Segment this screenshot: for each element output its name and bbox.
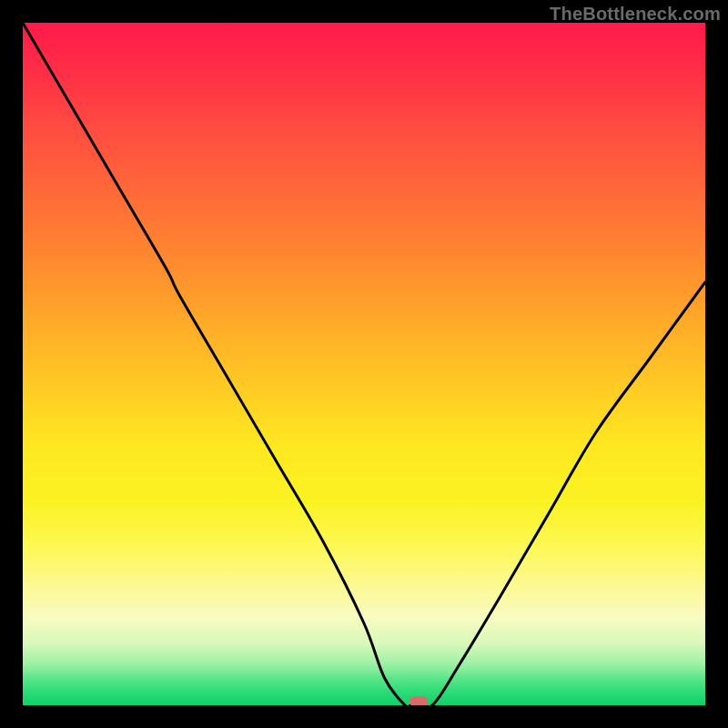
optimum-marker (410, 696, 428, 705)
curve-svg (23, 23, 705, 705)
watermark-label: TheBottleneck.com (550, 4, 721, 25)
plot-area (23, 23, 705, 705)
bottleneck-curve (23, 23, 705, 705)
chart-stage: TheBottleneck.com (0, 0, 728, 728)
